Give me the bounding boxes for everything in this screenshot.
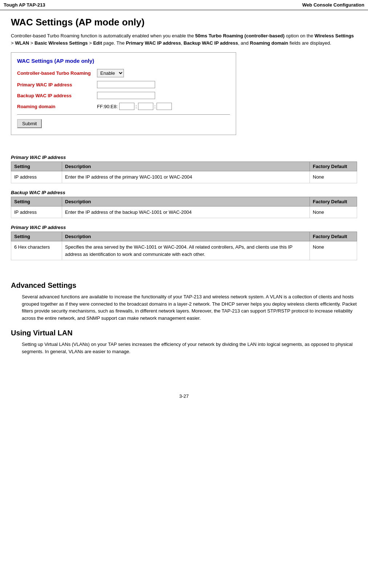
cell-factory: None [310, 206, 357, 218]
intro-part3: > [11, 40, 15, 46]
turbo-label: Controller-based Turbo Roaming [17, 70, 97, 76]
header-right: Web Console Configuration [302, 2, 364, 8]
intro-part5: > [88, 40, 93, 46]
roaming-domain-row: Roaming domain FF:90:E8: : : [17, 103, 230, 110]
intro-part6: page. The [102, 40, 126, 46]
table-row: IP addressEnter the IP address of the ba… [11, 206, 357, 218]
intro-bold8: Roaming domain [250, 40, 288, 46]
backup-wac-table: Setting Description Factory Default IP a… [11, 197, 357, 219]
backup-wac-table-label: Backup WAC IP address [11, 190, 357, 195]
vlan-intro: Setting up Virtual LANs (VLANs) on your … [11, 341, 357, 355]
turbo-dropdown[interactable]: Enable Disable [97, 69, 124, 77]
roaming-hex1-input[interactable] [119, 103, 134, 110]
primary-wac-col-setting: Setting [11, 162, 62, 171]
advanced-intro: Several advanced functions are available… [11, 293, 357, 322]
table-row: 6 Hex charactersSpecifies the area serve… [11, 241, 357, 260]
intro-part9: fields are displayed. [288, 40, 331, 46]
roaming-domain-table-label: Primary WAC IP address [11, 225, 357, 230]
wac-box-title: WAC Settings (AP mode only) [17, 58, 230, 64]
roaming-prefix: FF:90:E8: [97, 104, 118, 109]
backup-wac-table-section: Backup WAC IP address Setting Descriptio… [11, 190, 357, 219]
roaming-domain-col-setting: Setting [11, 232, 62, 241]
intro-part4: > [29, 40, 35, 46]
colon1: : [136, 104, 137, 109]
cell-setting: IP address [11, 206, 62, 218]
page-header: Tough AP TAP-213 Web Console Configurati… [0, 0, 368, 10]
colon2: : [154, 104, 156, 109]
intro-bold4: Basic Wireless Settings [35, 40, 88, 46]
cell-setting: 6 Hex characters [11, 241, 62, 260]
wac-box: WAC Settings (AP mode only) Controller-b… [11, 52, 236, 135]
roaming-domain-col-description: Description [62, 232, 310, 241]
backup-wac-control [97, 92, 155, 99]
primary-wac-row: Primary WAC IP address [17, 81, 230, 88]
intro-part2: option on the [284, 33, 314, 38]
backup-wac-label: Backup WAC IP address [17, 93, 97, 98]
primary-wac-header-row: Setting Description Factory Default [11, 162, 357, 171]
intro-bold5: Edit [93, 40, 102, 46]
cell-description: Enter the IP address of the primary WAC-… [62, 171, 310, 183]
submit-button[interactable]: Submit [17, 119, 42, 128]
backup-wac-input[interactable] [97, 92, 155, 99]
roaming-label: Roaming domain [17, 104, 97, 109]
backup-wac-col-setting: Setting [11, 197, 62, 206]
roaming-domain-header-row: Setting Description Factory Default [11, 232, 357, 241]
backup-wac-row: Backup WAC IP address [17, 92, 230, 99]
backup-wac-header-row: Setting Description Factory Default [11, 197, 357, 206]
roaming-domain-table: Setting Description Factory Default 6 He… [11, 232, 357, 260]
primary-wac-input[interactable] [97, 81, 155, 88]
cell-description: Specifies the area served by the WAC-100… [62, 241, 310, 260]
primary-wac-table-section: Primary WAC IP address Setting Descripti… [11, 155, 357, 183]
header-left: Tough AP TAP-213 [4, 2, 45, 8]
primary-wac-table-label: Primary WAC IP address [11, 155, 357, 160]
turbo-control: Enable Disable [97, 69, 124, 77]
page-footer: 3-27 [0, 393, 368, 406]
cell-factory: None [310, 241, 357, 260]
cell-description: Enter the IP address of the backup WAC-1… [62, 206, 310, 218]
backup-wac-col-factory: Factory Default [310, 197, 357, 206]
primary-wac-col-factory: Factory Default [310, 162, 357, 171]
cell-factory: None [310, 171, 357, 183]
primary-wac-label: Primary WAC IP address [17, 82, 97, 87]
roaming-domain-col-factory: Factory Default [310, 232, 357, 241]
turbo-roaming-row: Controller-based Turbo Roaming Enable Di… [17, 69, 230, 77]
primary-wac-control [97, 81, 155, 88]
page-number: 3-27 [179, 393, 189, 399]
wac-intro: Controller-based Turbo Roaming function … [11, 32, 357, 46]
primary-wac-col-description: Description [62, 162, 310, 171]
advanced-section: Advanced Settings Several advanced funct… [0, 267, 368, 372]
roaming-domain-control: FF:90:E8: : : [97, 103, 172, 110]
backup-wac-col-description: Description [62, 197, 310, 206]
intro-bold2: Wireless Settings [315, 33, 354, 38]
table-row: IP addressEnter the IP address of the pr… [11, 171, 357, 183]
roaming-hex3-input[interactable] [157, 103, 172, 110]
vlan-title: Using Virtual LAN [11, 329, 357, 337]
wac-section-title: WAC Settings (AP mode only) [11, 17, 357, 28]
cell-setting: IP address [11, 171, 62, 183]
roaming-hex2-input[interactable] [138, 103, 153, 110]
intro-part8: , and [238, 40, 250, 46]
page-content: WAC Settings (AP mode only) Controller-b… [0, 10, 368, 155]
intro-part1: Controller-based Turbo Roaming function … [11, 33, 195, 38]
intro-bold7: Backup WAC IP address [183, 40, 238, 46]
primary-wac-table: Setting Description Factory Default IP a… [11, 162, 357, 183]
roaming-domain-table-section: Primary WAC IP address Setting Descripti… [11, 225, 357, 260]
advanced-title: Advanced Settings [11, 281, 357, 290]
wac-divider [17, 114, 230, 115]
intro-bold3: WLAN [15, 40, 29, 46]
intro-bold1: 50ms Turbo Roaming (controller-based) [195, 33, 284, 38]
intro-bold6: Primary WAC IP address [126, 40, 181, 46]
